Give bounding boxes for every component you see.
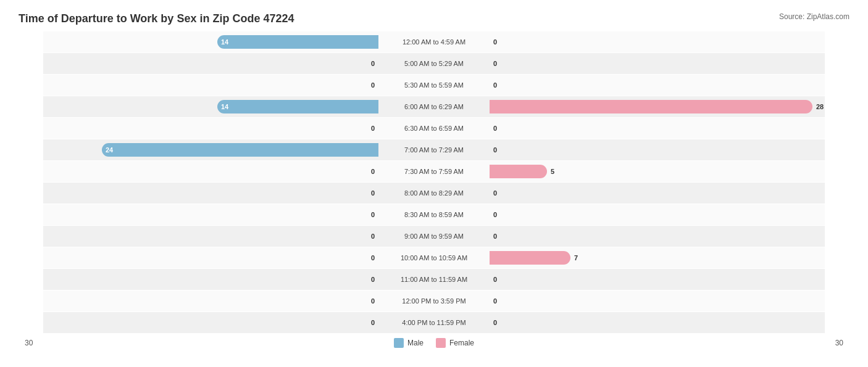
right-col: 0 [490,118,825,139]
bar-row: 05:30 AM to 5:59 AM0 [43,75,825,96]
male-zero: 0 [371,168,375,175]
chart-title: Time of Departure to Work by Sex in Zip … [19,12,294,25]
time-label: 6:00 AM to 6:29 AM [378,103,490,110]
legend-male-box [394,338,404,348]
bar-row: 146:00 AM to 6:29 AM28 [43,96,825,117]
female-zero: 0 [493,276,497,283]
right-col: 0 [490,226,825,247]
left-col: 0 [43,183,378,204]
right-col: 0 [490,31,825,52]
male-zero: 0 [371,254,375,262]
male-zero: 0 [371,297,375,305]
left-col: 0 [43,269,378,290]
male-bar: 14 [217,100,378,113]
left-col: 24 [43,139,378,160]
bar-row: 247:00 AM to 7:29 AM0 [43,139,825,160]
time-label: 11:00 AM to 11:59 AM [378,276,490,283]
left-col: 0 [43,161,378,182]
female-zero: 0 [493,211,497,218]
bar-row: 06:30 AM to 6:59 AM0 [43,118,825,139]
female-zero: 0 [493,146,497,154]
female-zero: 0 [493,233,497,240]
time-label: 5:30 AM to 5:59 AM [378,81,490,89]
time-label: 7:30 AM to 7:59 AM [378,168,490,175]
left-col: 0 [43,247,378,268]
left-col: 14 [43,96,378,117]
time-label: 4:00 PM to 11:59 PM [378,319,490,326]
right-col: 0 [490,53,825,74]
male-zero: 0 [371,211,375,218]
left-col: 0 [43,53,378,74]
female-zero: 0 [493,125,497,132]
male-value: 14 [221,38,228,46]
scale-left: 30 [25,339,62,347]
left-col: 0 [43,291,378,311]
bar-row: 012:00 PM to 3:59 PM0 [43,291,825,311]
legend-female-box [436,338,446,348]
female-zero: 0 [493,189,497,197]
right-col: 0 [490,183,825,204]
right-col: 7 [490,247,825,268]
right-col: 0 [490,312,825,333]
legend: Male Female [394,338,474,348]
bar-row: 1412:00 AM to 4:59 AM0 [43,31,825,52]
scale-right: 30 [806,339,843,347]
male-bar: 24 [102,143,378,157]
right-col: 0 [490,75,825,96]
chart-footer: 30 Male Female 30 [19,338,849,348]
female-bar: 5 [490,165,547,178]
bar-row: 010:00 AM to 10:59 AM7 [43,247,825,268]
male-zero: 0 [371,81,375,89]
bar-row: 05:00 AM to 5:29 AM0 [43,53,825,74]
chart-wrapper: Time of Departure to Work by Sex in Zip … [19,12,849,348]
left-col: 0 [43,75,378,96]
female-bar: 7 [490,251,570,265]
bar-row: 08:30 AM to 8:59 AM0 [43,204,825,225]
female-value: 28 [816,103,824,110]
right-col: 5 [490,161,825,182]
male-zero: 0 [371,319,375,326]
male-value: 24 [106,146,113,154]
bar-row: 04:00 PM to 11:59 PM0 [43,312,825,333]
left-col: 0 [43,226,378,247]
male-bar: 14 [217,35,378,49]
female-zero: 0 [493,60,497,67]
time-label: 8:00 AM to 8:29 AM [378,189,490,197]
female-zero: 0 [493,81,497,89]
male-zero: 0 [371,189,375,197]
left-col: 0 [43,312,378,333]
time-label: 12:00 PM to 3:59 PM [378,297,490,305]
legend-male: Male [394,338,424,348]
time-label: 5:00 AM to 5:29 AM [378,60,490,67]
bar-row: 09:00 AM to 9:59 AM0 [43,226,825,247]
female-zero: 0 [493,38,497,46]
male-value: 14 [221,103,228,110]
time-label: 12:00 AM to 4:59 AM [378,38,490,46]
female-bar: 28 [490,100,812,113]
right-col: 0 [490,204,825,225]
left-col: 0 [43,204,378,225]
chart-container: 1412:00 AM to 4:59 AM005:00 AM to 5:29 A… [43,31,825,333]
time-label: 10:00 AM to 10:59 AM [378,254,490,262]
time-label: 8:30 AM to 8:59 AM [378,211,490,218]
legend-female: Female [436,338,474,348]
time-label: 9:00 AM to 9:59 AM [378,233,490,240]
source-label: Source: ZipAtlas.com [779,12,849,21]
legend-female-label: Female [449,339,474,347]
male-zero: 0 [371,233,375,240]
female-value: 5 [551,168,554,175]
rows-wrapper: 1412:00 AM to 4:59 AM005:00 AM to 5:29 A… [43,31,825,333]
female-zero: 0 [493,297,497,305]
bar-row: 08:00 AM to 8:29 AM0 [43,183,825,204]
right-col: 0 [490,291,825,311]
female-zero: 0 [493,319,497,326]
right-col: 0 [490,269,825,290]
time-label: 7:00 AM to 7:29 AM [378,146,490,154]
legend-male-label: Male [407,339,424,347]
bar-row: 07:30 AM to 7:59 AM5 [43,161,825,182]
female-value: 7 [574,254,578,262]
left-col: 14 [43,31,378,52]
right-col: 28 [490,96,825,117]
male-zero: 0 [371,60,375,67]
left-col: 0 [43,118,378,139]
